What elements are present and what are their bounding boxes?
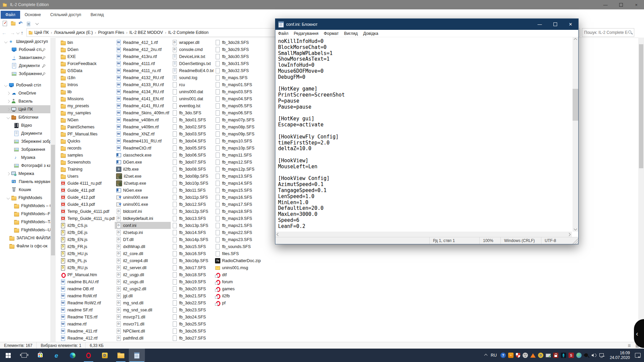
file-item[interactable]: fb_maps23.SFS bbox=[214, 236, 271, 243]
file-item[interactable]: fb_3do26.SFS bbox=[171, 327, 214, 335]
file-item[interactable]: fb_maps01.SFS bbox=[214, 81, 271, 88]
file-item[interactable]: fb_3do27.SFS bbox=[171, 335, 214, 342]
notepad-vertical-scrollbar[interactable] bbox=[573, 37, 578, 232]
file-item[interactable]: fb_3do22.SFS bbox=[171, 299, 214, 306]
scroll-left-icon[interactable] bbox=[275, 232, 281, 237]
file-item[interactable]: fb_maps11.SFS bbox=[214, 152, 271, 159]
file-item[interactable]: Readme_4141_EN.rtf bbox=[115, 95, 171, 102]
file-item[interactable]: fb_3do05.SFS bbox=[171, 144, 214, 152]
file-item[interactable]: NGen bbox=[59, 116, 115, 123]
file-item[interactable]: il2fb_RU.js bbox=[59, 264, 115, 271]
file-item[interactable]: Readme_4111_ru.rtf bbox=[115, 67, 171, 74]
back-button[interactable]: ← bbox=[2, 30, 7, 36]
file-item[interactable]: fb_maps03.SFS bbox=[214, 88, 271, 95]
taskbar-microsoft-store-button[interactable] bbox=[32, 349, 48, 362]
file-item[interactable]: sound.log bbox=[171, 74, 214, 81]
notepad-title-bar[interactable]: conf.ini: Блокнот — ✕ bbox=[275, 19, 578, 30]
file-item[interactable]: fb_maps14.SFS bbox=[214, 180, 271, 187]
notepad-menu-item[interactable]: Файл bbox=[275, 31, 291, 36]
sidebar-item[interactable]: Збережені зобра bbox=[0, 137, 50, 145]
sidebar-item[interactable]: Василь bbox=[0, 97, 50, 105]
file-item[interactable]: il2setup.ini bbox=[115, 229, 171, 236]
sidebar-item[interactable]: FlightModels – ба bbox=[0, 202, 50, 210]
file-item[interactable]: Readme TES.rtf bbox=[59, 313, 115, 320]
ribbon-tab-3[interactable]: Вигляд bbox=[86, 11, 108, 19]
up-button[interactable]: ↑ bbox=[21, 30, 23, 36]
file-item[interactable]: il2_core.dll bbox=[115, 250, 171, 257]
file-item[interactable]: Readme_413ru.rtf bbox=[115, 53, 171, 60]
file-item[interactable]: fb_maps17.SFS bbox=[214, 201, 271, 208]
sidebar-item[interactable]: FlightModels--F4U bbox=[0, 210, 50, 218]
file-item[interactable]: Readme_Skins_409m.rtf bbox=[115, 109, 171, 116]
file-item[interactable]: files.SFS bbox=[214, 250, 271, 257]
breadcrumb-segment[interactable]: Локальний диск (E:) bbox=[53, 30, 94, 35]
recent-locations-icon[interactable] bbox=[16, 31, 20, 34]
file-item[interactable]: fb_3do20.SFS bbox=[171, 285, 214, 292]
sidebar-item[interactable]: FlightModels--UT- bbox=[0, 226, 50, 234]
file-item[interactable]: DeviceLink.txt bbox=[171, 53, 214, 60]
file-item[interactable]: pathfind.dll bbox=[115, 335, 171, 342]
red-s-icon[interactable]: S bbox=[569, 353, 574, 358]
taskbar-opera-button[interactable] bbox=[80, 349, 97, 362]
file-item[interactable]: unins001.exe bbox=[115, 201, 171, 208]
file-item[interactable]: fb_maps09p.SFS bbox=[214, 130, 271, 137]
taskbar-notepad-button[interactable] bbox=[129, 349, 145, 362]
file-item[interactable]: il2fb_EN.js bbox=[59, 236, 115, 243]
file-item[interactable]: fb_3do19.SFS bbox=[171, 278, 214, 285]
file-item[interactable]: fb_maps22.SFS bbox=[214, 229, 271, 236]
file-item[interactable]: fb_3do28.SFS bbox=[214, 39, 271, 46]
file-item[interactable]: fb_3do07.SFS bbox=[171, 159, 214, 166]
undo-icon[interactable]: ↶ bbox=[18, 20, 24, 26]
file-item[interactable]: Readme_4134_RU.rtf bbox=[115, 88, 171, 95]
hidden-icons-chevron[interactable] bbox=[484, 354, 487, 357]
file-item[interactable]: NGen.exe bbox=[115, 187, 171, 194]
file-item[interactable]: msvcp71.dll bbox=[115, 313, 171, 320]
notepad-maximize-button[interactable] bbox=[547, 19, 563, 30]
taskbar-task-view-button[interactable] bbox=[16, 349, 32, 362]
breadcrumb-segment[interactable]: IL-2 Complete Edition bbox=[167, 30, 210, 35]
file-item[interactable]: classcheck.exe bbox=[115, 152, 171, 159]
file-item[interactable]: Readme_412_1.rtf bbox=[115, 39, 171, 46]
file-item[interactable]: Guide_412.pdf bbox=[59, 194, 115, 201]
file-item[interactable]: bin bbox=[59, 39, 115, 46]
details-view-button[interactable]: ≣ bbox=[626, 343, 633, 348]
file-item[interactable]: fb_3do16p.SFS bbox=[171, 257, 214, 264]
search-input[interactable]: Пошук: IL-2 Complete Edition bbox=[582, 28, 634, 37]
file-item[interactable]: DT.dll bbox=[115, 236, 171, 243]
file-item[interactable]: Guide_413.pdf bbox=[59, 201, 115, 208]
notepad-menu-item[interactable]: Формат bbox=[321, 31, 341, 36]
avast-icon[interactable] bbox=[530, 353, 536, 358]
file-item[interactable]: records bbox=[59, 144, 115, 152]
file-item[interactable]: fb_maps06.SFS bbox=[214, 109, 271, 116]
file-item[interactable]: DGenSettings.txt bbox=[171, 60, 214, 67]
file-item[interactable]: il2_corep4.dll bbox=[115, 257, 171, 264]
ribbon-tab-2[interactable]: Спільний доступ bbox=[46, 11, 86, 19]
file-item[interactable]: Guide 4111_ru.pdf bbox=[59, 180, 115, 187]
file-item[interactable]: il2_usgs.dll bbox=[115, 278, 171, 285]
file-item[interactable]: Readme_v409m.rtf bbox=[115, 123, 171, 130]
explorer-maximize-button[interactable] bbox=[613, 0, 629, 9]
file-item[interactable]: fb_3do16.SFS bbox=[171, 250, 214, 257]
file-item[interactable]: il2fb.exe bbox=[115, 166, 171, 173]
file-item[interactable]: Screenshots bbox=[59, 159, 115, 166]
file-item[interactable]: ReadmeBoE4.0.txt bbox=[171, 67, 214, 74]
file-item[interactable]: il2fb_CS.js bbox=[59, 222, 115, 229]
file-item[interactable]: fb_maps07p.SFS bbox=[214, 116, 271, 123]
explorer-minimize-button[interactable]: — bbox=[598, 0, 613, 9]
sidebar-item[interactable]: FlightModels--Ta- bbox=[0, 218, 50, 226]
file-item[interactable]: il2setup.exe bbox=[115, 180, 171, 187]
globe-icon[interactable] bbox=[576, 353, 582, 358]
scroll-down-icon[interactable] bbox=[573, 226, 578, 232]
file-item[interactable]: Readme_4141_RU.rtf bbox=[115, 102, 171, 109]
file-item[interactable]: Temp_Guide_4111.pdf bbox=[59, 208, 115, 215]
new-folder-icon[interactable] bbox=[11, 21, 15, 25]
file-item[interactable]: fb_3do12p.SFS bbox=[171, 208, 214, 215]
file-item[interactable]: dtf bbox=[214, 271, 271, 278]
file-item[interactable]: fb_maps12.SFS bbox=[214, 159, 271, 166]
file-item[interactable]: PaintSchemes bbox=[59, 123, 115, 130]
notepad-horizontal-scrollbar[interactable] bbox=[275, 232, 572, 237]
network-icon[interactable] bbox=[599, 353, 605, 358]
file-item[interactable]: forum bbox=[214, 278, 271, 285]
file-item[interactable]: PF_Manual.files bbox=[59, 130, 115, 137]
sidebar-item[interactable]: Цей ПК bbox=[0, 105, 50, 113]
